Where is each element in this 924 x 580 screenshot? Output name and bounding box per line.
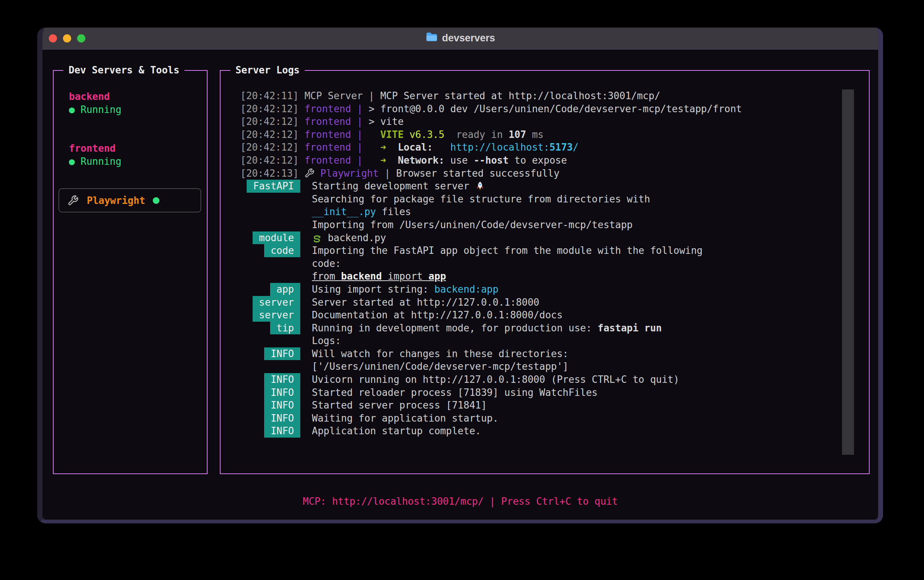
snake-icon (312, 232, 322, 244)
log-badge: INFO (264, 348, 300, 361)
zoom-button[interactable] (77, 34, 85, 43)
log-badge: server (253, 309, 300, 322)
log-line: INFOStarted reloader process [71839] usi… (240, 386, 869, 399)
log-badge: module (253, 231, 300, 244)
minimize-button[interactable] (63, 34, 71, 43)
log-line: [20:42:11] MCP Server | MCP Server start… (240, 89, 869, 102)
log-text: [20:42:12] frontend | > vite (240, 115, 403, 128)
folder-icon (426, 32, 437, 45)
playwright-tool[interactable]: Playwright (59, 188, 201, 213)
log-gutter: INFO (240, 399, 300, 412)
log-text: Started server process [71841] (312, 399, 487, 412)
log-gutter (240, 360, 300, 373)
log-gutter: INFO (240, 425, 300, 438)
log-text: Will watch for changes in these director… (312, 348, 569, 361)
server-status: ● Running (69, 155, 122, 168)
log-line: Importing from /Users/uninen/Code/devser… (240, 218, 869, 231)
log-text: code: (312, 257, 341, 270)
log-gutter: server (240, 296, 300, 309)
log-gutter: app (240, 283, 300, 296)
log-text: [20:42:12] frontend | ➜ Network: use --h… (240, 154, 567, 167)
log-gutter: INFO (240, 348, 300, 361)
log-line: Logs: (240, 334, 869, 348)
log-badge: tip (270, 322, 300, 335)
server-item[interactable]: frontend● Running (69, 142, 122, 168)
log-line: Searching for package file structure fro… (240, 193, 869, 206)
log-line: appUsing import string: backend:app (240, 283, 869, 296)
log-line: [20:42:13] Playwright | Browser started … (240, 167, 869, 180)
log-line: serverDocumentation at http://127.0.0.1:… (240, 309, 869, 322)
log-gutter: server (240, 309, 300, 322)
dev-servers-panel: Dev Servers & Tools backend● Runningfron… (53, 70, 207, 474)
log-badge: INFO (264, 386, 300, 399)
log-badge: INFO (264, 425, 300, 438)
log-gutter (240, 334, 300, 348)
log-text: from backend import app (312, 270, 446, 283)
log-line: INFOStarted server process [71841] (240, 399, 869, 412)
log-text: Using import string: backend:app (312, 283, 498, 296)
wrench-icon (304, 168, 314, 179)
log-line: [20:42:12] frontend | ➜ Network: use --h… (240, 154, 869, 167)
tool-name: Playwright (87, 195, 145, 206)
log-line: [20:42:12] frontend | VITE v6.3.5 ready … (240, 128, 869, 141)
log-line: tipRunning in development mode, for prod… (240, 322, 869, 335)
window-body: Dev Servers & Tools backend● Runningfron… (43, 49, 878, 520)
log-gutter (240, 270, 300, 283)
log-badge: INFO (264, 373, 300, 386)
log-text: Started reloader process [71839] using W… (312, 386, 598, 399)
log-gutter: code (240, 244, 300, 257)
log-text: [20:42:11] MCP Server | MCP Server start… (240, 89, 660, 102)
log-text: [20:42:12] frontend | > front@0.0.0 dev … (240, 102, 742, 115)
log-badge: server (253, 296, 300, 309)
log-badge: code (264, 244, 300, 257)
server-item[interactable]: backend● Running (69, 90, 122, 116)
log-line: codeImporting the FastAPI app object fro… (240, 244, 869, 257)
log-text: Documentation at http://127.0.0.1:8000/d… (312, 309, 562, 322)
log-text: Searching for package file structure fro… (312, 193, 650, 206)
server-logs-panel: Server Logs [20:42:11] MCP Server | MCP … (220, 70, 870, 474)
log-text: backend.py (312, 231, 386, 244)
log-text: [20:42:13] Playwright | Browser started … (240, 167, 560, 180)
window-title-area: devservers (426, 32, 495, 45)
tool-status-dot (153, 197, 159, 204)
log-line: module backend.py (240, 231, 869, 244)
server-status: ● Running (69, 103, 122, 116)
window-title: devservers (442, 33, 495, 44)
log-line: INFOUvicorn running on http://127.0.0.1:… (240, 373, 869, 386)
log-text: ['/Users/uninen/Code/devserver-mcp/testa… (312, 360, 569, 373)
log-text: Starting development server (312, 180, 485, 193)
log-badge: FastAPI (247, 180, 300, 193)
log-text: [20:42:12] frontend | ➜ Local: http://lo… (240, 141, 579, 154)
wrench-icon (67, 195, 79, 206)
log-gutter: INFO (240, 386, 300, 399)
log-text: __init__.py files (312, 205, 411, 218)
log-gutter (240, 218, 300, 231)
log-line: code: (240, 257, 869, 270)
titlebar[interactable]: devservers (43, 28, 878, 49)
terminal-window: devservers Dev Servers & Tools backend● … (37, 28, 883, 523)
log-text: Importing from /Users/uninen/Code/devser… (312, 218, 633, 231)
screen: { "window": { "title": "devservers", "tr… (0, 0, 924, 580)
log-line: __init__.py files (240, 205, 869, 218)
log-line: INFOApplication startup complete. (240, 425, 869, 438)
log-text: Server started at http://127.0.0.1:8000 (312, 296, 539, 309)
close-button[interactable] (49, 34, 57, 43)
log-gutter: FastAPI (240, 180, 300, 193)
log-gutter: INFO (240, 412, 300, 425)
log-text: Running in development mode, for product… (312, 322, 662, 335)
log-text: Uvicorn running on http://127.0.0.1:8000… (312, 373, 679, 386)
dev-servers-panel-title: Dev Servers & Tools (63, 64, 184, 77)
status-bar: MCP: http://localhost:3001/mcp/ | Press … (43, 495, 878, 508)
log-line: [20:42:12] frontend | ➜ Local: http://lo… (240, 141, 869, 154)
log-viewport[interactable]: [20:42:11] MCP Server | MCP Server start… (220, 71, 869, 438)
log-text: [20:42:12] frontend | VITE v6.3.5 ready … (240, 128, 544, 141)
log-gutter (240, 205, 300, 218)
rocket-icon (475, 180, 485, 191)
log-gutter: INFO (240, 373, 300, 386)
log-line: INFOWill watch for changes in these dire… (240, 348, 869, 361)
scrollbar-thumb[interactable] (842, 89, 854, 455)
log-badge: INFO (264, 412, 300, 425)
log-text: Waiting for application startup. (312, 412, 498, 425)
log-line: FastAPIStarting development server (240, 180, 869, 193)
server-logs-panel-title: Server Logs (230, 64, 305, 77)
